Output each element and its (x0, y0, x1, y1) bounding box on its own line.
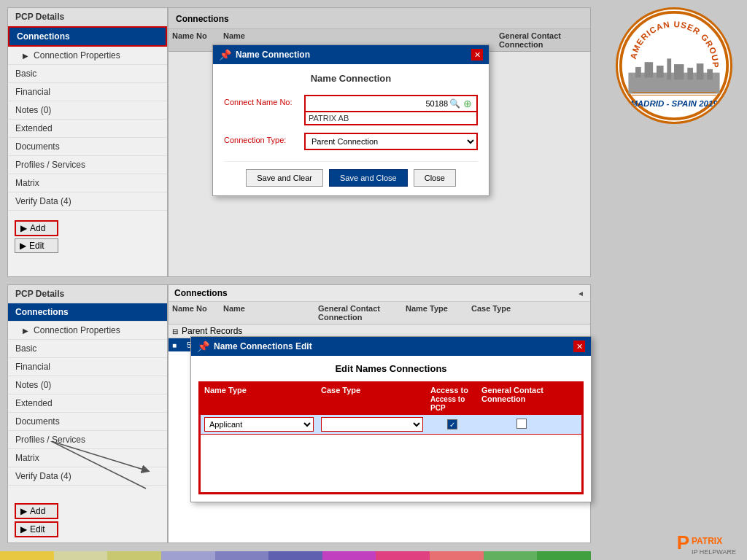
modal-close-button[interactable]: ✕ (471, 49, 483, 61)
bottom-sidebar-documents[interactable]: Documents (8, 413, 167, 431)
svg-rect-11 (697, 63, 704, 79)
add-icon-button[interactable]: ⊕ (462, 98, 473, 109)
scroll-left-icon[interactable]: ◄ (577, 289, 584, 298)
logo-svg: AMERICAN USER GROUP CONFERENCE MADRID - … (616, 9, 732, 122)
edit-name-type-select[interactable]: Applicant Attorney Inventor Assignee (204, 417, 314, 432)
bottom-sidebar-basic[interactable]: Basic (8, 340, 167, 358)
arrow-right-icon: ▶ (20, 223, 27, 233)
edit-case-type-select[interactable] (321, 417, 423, 432)
connect-name-input[interactable] (309, 99, 448, 108)
pin-icon: 📌 (219, 49, 231, 61)
bottom-sidebar-header: PCP Details (8, 285, 167, 303)
patrix-footer: P PATRIX IP HELPWARE (677, 529, 736, 556)
bottom-section: PCP Details Connections ▶ Connection Pro… (7, 284, 591, 543)
svg-line-0 (51, 441, 146, 470)
color-segment (107, 551, 161, 560)
save-clear-button[interactable]: Save and Clear (246, 169, 323, 187)
edit-col-gen-contact: General ContactConnection (478, 384, 565, 414)
bottom-table-header: Name No Name General ContactConnection N… (169, 302, 590, 324)
bottom-col-gen-contact: General ContactConnection (318, 304, 406, 322)
color-segment (161, 551, 215, 560)
add-button-bottom[interactable]: ▶ Add (15, 503, 58, 519)
patrix-p-logo: P (677, 532, 689, 554)
sidebar-header-pcp: PCP Details (8, 8, 167, 26)
color-segment (215, 551, 269, 560)
sidebar-item-verify[interactable]: Verify Data (4) (8, 192, 167, 211)
connection-type-select[interactable]: Parent Connection Child Connection Sibli… (304, 133, 478, 150)
name-connections-edit-modal: 📌 Name Connections Edit ✕ Edit Names Con… (190, 336, 592, 502)
color-segment (322, 551, 376, 560)
add-button-top[interactable]: ▶ Add (15, 220, 58, 236)
svg-rect-12 (707, 69, 713, 79)
color-segment (0, 551, 54, 560)
top-section: PCP Details Connections ▶ Connection Pro… (7, 7, 591, 277)
arrow-icon: ▶ (23, 52, 28, 60)
bottom-sidebar-financial[interactable]: Financial (8, 358, 167, 376)
edit-button-top[interactable]: ▶ Edit (15, 238, 58, 253)
top-main-content: Connections Name No Name General Contact… (168, 7, 591, 277)
connection-type-label: Connection Type: (224, 133, 304, 144)
bottom-col-case-type: Case Type (471, 304, 530, 322)
bottom-sidebar-extended[interactable]: Extended (8, 394, 167, 413)
access-to-checkbox[interactable]: ✓ (447, 419, 457, 429)
bottom-sidebar-notes[interactable]: Notes (0) (8, 376, 167, 394)
close-button[interactable]: Close (414, 169, 456, 187)
bottom-add-edit: ▶ Add ▶ Edit (15, 503, 58, 540)
svg-rect-7 (657, 66, 664, 77)
color-segment (537, 551, 591, 560)
svg-rect-9 (674, 64, 684, 79)
modal2-section-title: Edit Names Connections (198, 363, 584, 374)
edit-col-name-type: Name Type (201, 384, 317, 414)
conference-logo: AMERICAN USER GROUP CONFERENCE MADRID - … (616, 7, 732, 124)
modal-titlebar: 📌 Name Connection ✕ (213, 45, 489, 64)
edit-access-to-cell: ✓ (427, 417, 478, 432)
bottom-sidebar-connections[interactable]: Connections (8, 303, 167, 322)
arrow-lines (15, 441, 160, 499)
color-segment (484, 551, 538, 560)
sidebar-item-profiles[interactable]: Profiles / Services (8, 156, 167, 174)
modal2-close-button[interactable]: ✕ (573, 341, 585, 352)
modal2-title: Name Connections Edit (214, 341, 312, 351)
patrix-sub-label: IP HELPWARE (692, 548, 736, 556)
name-connection-modal: 📌 Name Connection ✕ Name Connection Conn… (212, 44, 489, 196)
edit-case-type-cell (317, 415, 427, 434)
svg-rect-6 (645, 62, 654, 77)
bottom-sidebar-conn-props[interactable]: ▶ Connection Properties (8, 322, 167, 340)
collapse-icon[interactable]: ⊟ (172, 327, 178, 335)
arrow-right-icon3: ▶ (20, 506, 27, 516)
bottom-col-name-no: Name No (172, 304, 223, 322)
connect-name-subtext: PATRIX AB (304, 112, 478, 125)
modal-body: Name Connection Connect Name No: 🔍 ⊕ PAT… (213, 64, 489, 195)
sidebar-item-matrix[interactable]: Matrix (8, 174, 167, 192)
connect-name-field: 🔍 ⊕ PATRIX AB (304, 95, 478, 125)
svg-text:MADRID - SPAIN 2019: MADRID - SPAIN 2019 (630, 99, 718, 108)
svg-rect-8 (667, 58, 671, 79)
edit-col-case-type: Case Type (317, 384, 427, 414)
sidebar-item-connections[interactable]: Connections (8, 26, 167, 47)
connect-name-label: Connect Name No: (224, 95, 304, 106)
sidebar-item-connection-properties[interactable]: ▶ Connection Properties (8, 47, 167, 65)
svg-line-1 (51, 441, 146, 489)
modal-buttons: Save and Clear Save and Close Close (224, 161, 478, 187)
sidebar-item-notes[interactable]: Notes (0) (8, 101, 167, 120)
edit-empty-area (200, 435, 582, 493)
edit-table-row: Applicant Attorney Inventor Assignee (200, 415, 582, 435)
color-segment (376, 551, 430, 560)
sidebar-item-documents[interactable]: Documents (8, 138, 167, 156)
arrow-right-icon-edit: ▶ (20, 241, 26, 251)
sidebar-item-extended[interactable]: Extended (8, 120, 167, 138)
bottom-main-content: Connections ◄ Name No Name General Conta… (168, 284, 591, 543)
modal2-body: Edit Names Connections Name Type Case Ty… (191, 356, 591, 502)
pin-icon2: 📌 (197, 341, 209, 352)
edit-button-bottom[interactable]: ▶ Edit (15, 521, 58, 537)
gen-contact-checkbox[interactable] (516, 419, 527, 429)
sidebar-item-basic[interactable]: Basic (8, 65, 167, 83)
arrow-icon2: ▶ (23, 327, 28, 335)
edit-col-access-to: Access toAccess to PCP (427, 384, 478, 414)
sidebar-item-financial[interactable]: Financial (8, 83, 167, 101)
patrix-name: PATRIX (692, 529, 736, 548)
arrow-right-icon4: ▶ (20, 524, 27, 534)
color-segment (54, 551, 108, 560)
search-icon-button[interactable]: 🔍 (448, 98, 462, 109)
save-close-button[interactable]: Save and Close (329, 169, 408, 187)
